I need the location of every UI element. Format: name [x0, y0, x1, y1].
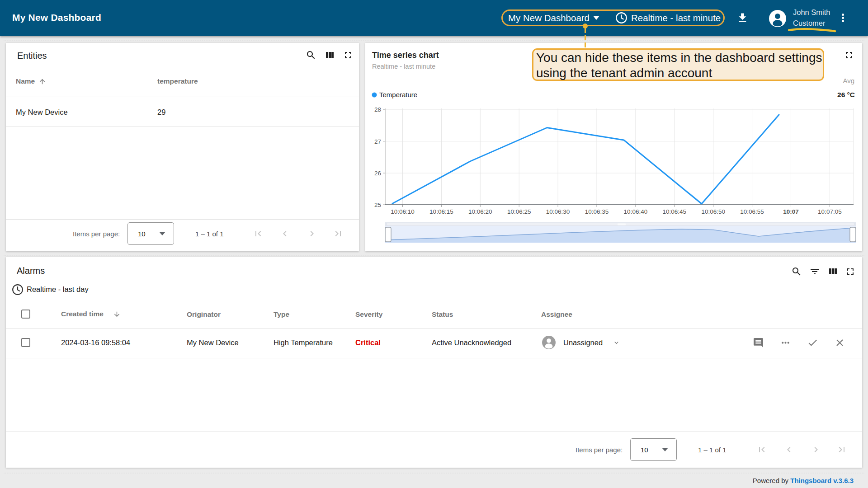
svg-text:10:06:40: 10:06:40 — [624, 208, 648, 215]
svg-text:10:06:30: 10:06:30 — [546, 208, 570, 215]
svg-text:10:06:20: 10:06:20 — [468, 208, 492, 215]
svg-text:10:06:10: 10:06:10 — [391, 208, 415, 215]
svg-text:10:06:55: 10:06:55 — [740, 208, 764, 215]
svg-text:Temperature: Temperature — [379, 91, 417, 99]
svg-text:10:07:05: 10:07:05 — [818, 208, 842, 215]
svg-text:10:06:45: 10:06:45 — [663, 208, 687, 215]
svg-text:26: 26 — [374, 170, 381, 177]
svg-text:28: 28 — [374, 106, 381, 113]
svg-text:10:06:25: 10:06:25 — [507, 208, 531, 215]
svg-text:10:07: 10:07 — [783, 208, 799, 215]
svg-text:27: 27 — [374, 138, 381, 145]
svg-text:10:06:15: 10:06:15 — [429, 208, 453, 215]
svg-text:10:06:35: 10:06:35 — [585, 208, 609, 215]
svg-text:10:06:50: 10:06:50 — [701, 208, 725, 215]
svg-text:25: 25 — [374, 202, 381, 208]
